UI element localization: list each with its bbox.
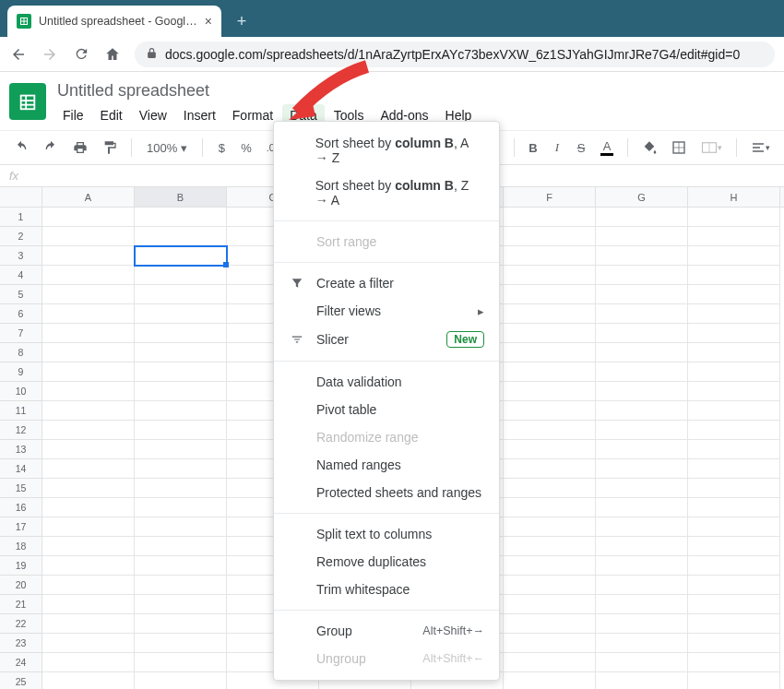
- cell[interactable]: [596, 208, 688, 227]
- cell[interactable]: [135, 421, 227, 440]
- cell[interactable]: [688, 614, 780, 634]
- cell[interactable]: [504, 227, 596, 246]
- row-header[interactable]: 19: [0, 556, 42, 576]
- col-header-H[interactable]: H: [688, 187, 780, 207]
- menu-remove-duplicates[interactable]: Remove duplicates: [274, 548, 499, 576]
- menu-sort-sheet-desc[interactable]: Sort sheet by column B, Z → A: [274, 172, 499, 214]
- cell[interactable]: [504, 653, 596, 672]
- cell[interactable]: [688, 498, 780, 517]
- cell[interactable]: [688, 634, 780, 653]
- cell[interactable]: [596, 614, 688, 634]
- row-header[interactable]: 23: [0, 634, 42, 653]
- cell[interactable]: [504, 672, 596, 689]
- menu-create-filter[interactable]: Create a filter: [274, 269, 499, 297]
- cell[interactable]: [135, 362, 227, 382]
- row-header[interactable]: 3: [0, 246, 42, 266]
- cell[interactable]: [42, 227, 135, 246]
- cell[interactable]: [42, 440, 135, 459]
- cell[interactable]: [688, 246, 780, 266]
- bold-button[interactable]: B: [524, 137, 542, 159]
- cell[interactable]: [596, 576, 688, 595]
- cell[interactable]: [504, 343, 596, 362]
- cell[interactable]: [42, 672, 135, 689]
- row-header[interactable]: 10: [0, 382, 42, 401]
- cell[interactable]: [42, 304, 135, 324]
- cell[interactable]: [688, 440, 780, 459]
- strikethrough-button[interactable]: S: [572, 137, 590, 159]
- cell[interactable]: [42, 246, 135, 266]
- cell[interactable]: [135, 672, 227, 689]
- cell[interactable]: [504, 382, 596, 401]
- cell[interactable]: [504, 634, 596, 653]
- browser-tab[interactable]: Untitled spreadsheet - Google Sh ×: [7, 6, 221, 37]
- close-tab-icon[interactable]: ×: [205, 14, 212, 29]
- row-header[interactable]: 21: [0, 595, 42, 614]
- cell[interactable]: [42, 537, 135, 556]
- cell[interactable]: [596, 459, 688, 479]
- cell[interactable]: [688, 421, 780, 440]
- cell[interactable]: [688, 517, 780, 537]
- cell[interactable]: [135, 459, 227, 479]
- row-header[interactable]: 5: [0, 285, 42, 304]
- row-header[interactable]: 6: [0, 304, 42, 324]
- cell[interactable]: [688, 537, 780, 556]
- cell[interactable]: [596, 595, 688, 614]
- cell[interactable]: [135, 382, 227, 401]
- cell[interactable]: [42, 208, 135, 227]
- cell[interactable]: [688, 382, 780, 401]
- row-header[interactable]: 2: [0, 227, 42, 246]
- cell[interactable]: [42, 653, 135, 672]
- cell[interactable]: [688, 401, 780, 421]
- back-button[interactable]: [9, 45, 28, 64]
- cell[interactable]: [504, 362, 596, 382]
- cell[interactable]: [596, 324, 688, 343]
- cell[interactable]: [42, 595, 135, 614]
- cell[interactable]: [135, 440, 227, 459]
- align-button[interactable]: ▾: [746, 137, 775, 159]
- cell[interactable]: [688, 672, 780, 689]
- col-header-G[interactable]: G: [596, 187, 688, 207]
- cell[interactable]: [596, 343, 688, 362]
- menu-named-ranges[interactable]: Named ranges: [274, 451, 499, 479]
- italic-button[interactable]: I: [548, 137, 566, 159]
- row-header[interactable]: 24: [0, 653, 42, 672]
- cell[interactable]: [688, 343, 780, 362]
- cell[interactable]: [596, 479, 688, 498]
- cell[interactable]: [596, 362, 688, 382]
- fill-color-button[interactable]: [637, 137, 661, 159]
- cell[interactable]: [135, 537, 227, 556]
- cell[interactable]: [135, 266, 227, 285]
- cell[interactable]: [688, 266, 780, 285]
- row-header[interactable]: 15: [0, 479, 42, 498]
- menu-view[interactable]: View: [132, 104, 174, 126]
- cell[interactable]: [596, 537, 688, 556]
- cell[interactable]: [688, 304, 780, 324]
- cell[interactable]: [596, 498, 688, 517]
- cell[interactable]: [135, 304, 227, 324]
- home-button[interactable]: [103, 45, 122, 64]
- cell[interactable]: [504, 401, 596, 421]
- text-color-button[interactable]: A: [596, 136, 618, 160]
- percent-button[interactable]: %: [236, 137, 256, 159]
- cell[interactable]: [504, 614, 596, 634]
- row-header[interactable]: 1: [0, 208, 42, 227]
- cell[interactable]: [688, 595, 780, 614]
- cell[interactable]: [596, 672, 688, 689]
- menu-protected-sheets[interactable]: Protected sheets and ranges: [274, 479, 499, 506]
- menu-edit[interactable]: Edit: [93, 104, 130, 126]
- cell[interactable]: [135, 227, 227, 246]
- cell[interactable]: [688, 459, 780, 479]
- cell[interactable]: [504, 304, 596, 324]
- row-header[interactable]: 22: [0, 614, 42, 634]
- cell[interactable]: [135, 498, 227, 517]
- row-header[interactable]: 20: [0, 576, 42, 595]
- cell[interactable]: [135, 653, 227, 672]
- print-button[interactable]: [68, 137, 92, 159]
- row-header[interactable]: 14: [0, 459, 42, 479]
- sheets-logo[interactable]: [9, 83, 46, 120]
- cell[interactable]: [42, 401, 135, 421]
- cell[interactable]: [504, 440, 596, 459]
- cell[interactable]: [42, 576, 135, 595]
- cell[interactable]: [504, 266, 596, 285]
- cell[interactable]: [504, 576, 596, 595]
